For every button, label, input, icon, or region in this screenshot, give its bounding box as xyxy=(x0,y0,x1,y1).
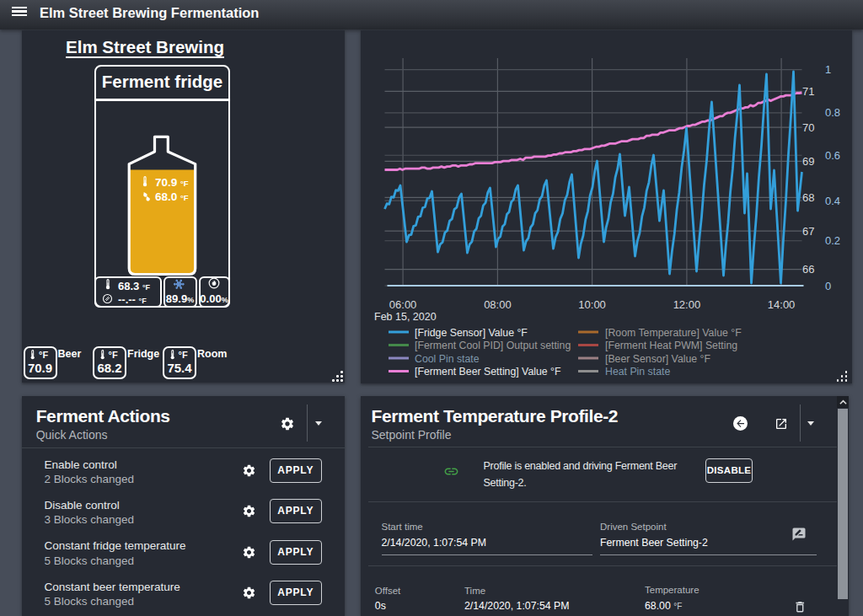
svg-text:[Ferment Beer Setting] Value °: [Ferment Beer Setting] Value °F xyxy=(415,366,561,378)
svg-text:[Room Temperature] Value °F: [Room Temperature] Value °F xyxy=(605,327,742,339)
svg-text:Cool Pin state: Cool Pin state xyxy=(415,353,480,365)
svg-text:67: 67 xyxy=(802,225,814,238)
svg-text:0: 0 xyxy=(825,280,831,292)
svg-text:70: 70 xyxy=(802,121,814,134)
svg-text:69: 69 xyxy=(802,155,814,168)
svg-text:12:00: 12:00 xyxy=(673,298,700,311)
svg-text:08:00: 08:00 xyxy=(484,298,512,311)
svg-text:1: 1 xyxy=(825,63,831,76)
svg-text:[Fridge Sensor] Value °F: [Fridge Sensor] Value °F xyxy=(415,327,528,339)
svg-text:Feb 15, 2020: Feb 15, 2020 xyxy=(374,311,437,323)
svg-text:0.6: 0.6 xyxy=(825,149,840,162)
svg-text:71: 71 xyxy=(802,85,814,98)
svg-text:68: 68 xyxy=(802,191,814,204)
svg-text:66: 66 xyxy=(802,263,814,276)
svg-text:[Ferment Heat PWM] Setting: [Ferment Heat PWM] Setting xyxy=(605,340,737,351)
svg-text:0.4: 0.4 xyxy=(825,195,840,207)
svg-text:0.8: 0.8 xyxy=(825,106,840,119)
svg-text:06:00: 06:00 xyxy=(389,298,416,311)
svg-text:[Ferment Cool PID] Output sett: [Ferment Cool PID] Output setting xyxy=(415,340,571,351)
svg-text:[Beer Sensor] Value °F: [Beer Sensor] Value °F xyxy=(605,353,710,365)
svg-text:14:00: 14:00 xyxy=(767,298,795,311)
svg-text:10:00: 10:00 xyxy=(578,298,606,311)
svg-text:Heat Pin state: Heat Pin state xyxy=(605,366,670,378)
svg-text:0.2: 0.2 xyxy=(825,234,840,247)
